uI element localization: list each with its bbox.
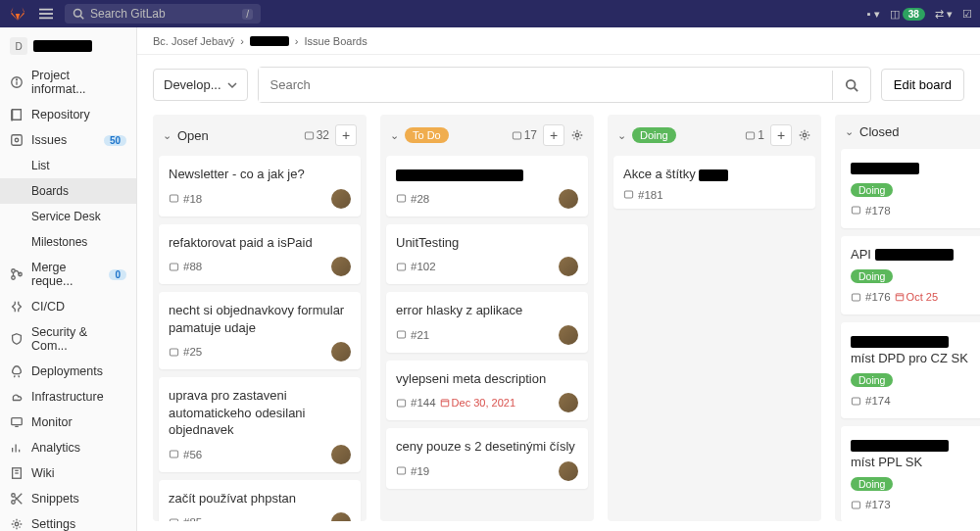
assignee-avatar[interactable] xyxy=(559,325,578,345)
board-selector-dropdown[interactable]: Develop... xyxy=(153,69,248,101)
issue-card[interactable]: uprava pro zastaveni automatickeho odesi… xyxy=(159,377,361,472)
sidebar-item-snippets[interactable]: Snippets xyxy=(0,486,136,511)
card-meta: #18 xyxy=(169,189,351,209)
sidebar-item-ci-cd[interactable]: CI/CD xyxy=(0,294,136,319)
card-meta: #28 xyxy=(396,189,578,209)
issues-shortcut-icon[interactable]: ◫ 38 xyxy=(890,8,925,21)
issue-card[interactable]: míst PPL SKDoing#173 xyxy=(841,426,980,521)
sidebar-item-wiki[interactable]: Wiki xyxy=(0,460,136,486)
svg-rect-0 xyxy=(39,9,53,11)
plus-icon[interactable]: ▪ ▾ xyxy=(867,8,880,21)
card-ref: #88 xyxy=(183,261,202,272)
card-meta: #178 xyxy=(851,201,980,220)
card-meta: #85 xyxy=(169,512,351,521)
svg-rect-8 xyxy=(12,135,23,146)
gear-icon[interactable] xyxy=(798,128,811,142)
card-title: začít používat phpstan xyxy=(169,490,351,507)
merge-shortcut-icon[interactable]: ⇄ ▾ xyxy=(935,8,953,21)
assignee-avatar[interactable] xyxy=(331,189,351,209)
sidebar-item-boards[interactable]: Boards xyxy=(0,178,136,204)
sidebar-item-security-com-[interactable]: Security & Com... xyxy=(0,319,136,359)
assignee-avatar[interactable] xyxy=(559,393,578,412)
column-title: Open xyxy=(177,128,209,143)
sidebar-item-monitor[interactable]: Monitor xyxy=(0,410,136,435)
add-card-button[interactable]: + xyxy=(770,124,792,146)
issue-card[interactable]: ceny pouze s 2 desetinými čísly#19 xyxy=(386,428,588,489)
gear-icon[interactable] xyxy=(570,128,584,142)
assignee-avatar[interactable] xyxy=(331,257,351,276)
svg-point-22 xyxy=(12,501,16,505)
issue-card[interactable]: UnitTesting#102 xyxy=(386,224,588,285)
sidebar-item-repository[interactable]: Repository xyxy=(0,102,136,127)
topbar-left: Search GitLab / xyxy=(8,3,261,24)
card-meta: #88 xyxy=(169,257,351,276)
chevron-down-icon[interactable]: ⌄ xyxy=(617,129,626,142)
hamburger-icon[interactable] xyxy=(35,3,57,24)
column-label: Doing xyxy=(632,127,676,143)
sidebar-item-service-desk[interactable]: Service Desk xyxy=(0,204,136,229)
board-filter-input[interactable] xyxy=(259,68,832,102)
card-ref: #178 xyxy=(865,205,891,217)
add-card-button[interactable]: + xyxy=(543,124,564,146)
board-column-to-do: ⌄To Do 17+#28UnitTesting#102error hlasky… xyxy=(380,115,594,521)
chevron-down-icon[interactable]: ⌄ xyxy=(845,125,854,138)
issue-card[interactable]: vylepseni meta description#144Dec 30, 20… xyxy=(386,361,588,421)
sidebar-item-label: Issues xyxy=(31,133,67,147)
sidebar-item-analytics[interactable]: Analytics xyxy=(0,435,136,460)
breadcrumb: Bc. Josef Jebavý › › Issue Boards xyxy=(137,27,980,55)
wiki-icon xyxy=(10,466,24,480)
issue-card[interactable]: začít používat phpstan#85 xyxy=(159,480,361,521)
assignee-avatar[interactable] xyxy=(559,189,578,209)
breadcrumb-owner[interactable]: Bc. Josef Jebavý xyxy=(153,35,234,47)
add-card-button[interactable]: + xyxy=(335,124,357,146)
chevron-down-icon[interactable]: ⌄ xyxy=(163,129,172,142)
global-search[interactable]: Search GitLab / xyxy=(65,4,261,24)
search-kbd-hint: / xyxy=(242,9,253,20)
issue-icon xyxy=(851,500,861,510)
sidebar-item-issues[interactable]: Issues50 xyxy=(0,127,136,153)
search-button[interactable] xyxy=(832,71,870,100)
todo-shortcut-icon[interactable]: ☑ xyxy=(962,8,972,21)
issue-card[interactable]: necht si objednavkovy formular pamatuje … xyxy=(159,292,361,369)
chevron-down-icon[interactable]: ⌄ xyxy=(390,129,399,142)
svg-point-11 xyxy=(12,276,16,280)
issue-card[interactable]: Doing#178 xyxy=(841,149,980,228)
issue-card[interactable]: refaktorovat paid a isPaid#88 xyxy=(159,224,361,285)
gitlab-logo-icon[interactable] xyxy=(8,4,27,24)
card-ref: #28 xyxy=(411,193,429,205)
assignee-avatar[interactable] xyxy=(559,257,578,276)
issue-card[interactable]: error hlasky z aplikace#21 xyxy=(386,292,588,353)
sidebar-item-deployments[interactable]: Deployments xyxy=(0,359,136,384)
rocket-icon xyxy=(10,364,24,378)
shield-icon xyxy=(10,332,24,346)
card-meta: #181 xyxy=(623,189,806,201)
issue-card[interactable]: míst DPD pro CZ SKDoing#174 xyxy=(841,322,980,418)
sidebar-item-label: Service Desk xyxy=(31,210,101,223)
sidebar-item-infrastructure[interactable]: Infrastructure xyxy=(0,384,136,410)
issue-card[interactable]: #28 xyxy=(386,156,588,217)
sidebar-item-settings[interactable]: Settings xyxy=(0,511,136,531)
edit-board-button[interactable]: Edit board xyxy=(881,69,964,101)
cloud-icon xyxy=(10,390,24,404)
search-icon xyxy=(845,78,858,92)
sidebar-item-milestones[interactable]: Milestones xyxy=(0,229,136,255)
svg-rect-40 xyxy=(441,400,449,407)
issue-icon xyxy=(396,329,407,340)
issue-icon xyxy=(169,262,179,272)
svg-rect-37 xyxy=(397,264,405,270)
sidebar-item-project-informat-[interactable]: Project informat... xyxy=(0,63,136,102)
issue-icon xyxy=(169,517,179,521)
sidebar-item-list[interactable]: List xyxy=(0,153,136,178)
issue-card[interactable]: Newsletter - co a jak je?#18 xyxy=(159,156,361,217)
assignee-avatar[interactable] xyxy=(559,461,578,481)
assignee-avatar[interactable] xyxy=(331,342,351,362)
breadcrumb-page[interactable]: Issue Boards xyxy=(305,35,368,47)
issue-card[interactable]: Akce a štítky #181 xyxy=(613,156,815,209)
svg-rect-31 xyxy=(170,349,177,356)
issue-card[interactable]: API Doing#176Oct 25 xyxy=(841,236,980,315)
sidebar-project-header[interactable]: D xyxy=(0,33,136,63)
assignee-avatar[interactable] xyxy=(331,512,351,521)
assignee-avatar[interactable] xyxy=(331,445,351,464)
sidebar-item-merge-reque-[interactable]: Merge reque...0 xyxy=(0,255,136,294)
card-title: uprava pro zastaveni automatickeho odesi… xyxy=(169,387,351,439)
